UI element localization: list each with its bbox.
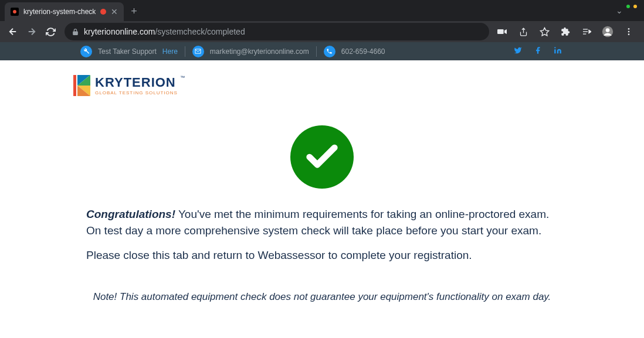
recording-indicator-icon [100,9,106,15]
camera-icon[interactable] [495,25,509,39]
info-bar-left: Test Taker Support Here marketing@kryter… [73,46,392,57]
svg-marker-5 [589,30,591,33]
logo-text: KRYTERION GLOBAL TESTING SOLUTIONS [95,76,178,95]
logo-name: KRYTERION [95,76,178,89]
window-dot [626,5,630,8]
disclaimer-note: Note! This automated equipment check doe… [86,291,558,303]
congratulations-message: Congratulations! You've met the minimum … [86,206,558,238]
logo-k-icon [77,75,90,96]
window-dot [633,5,637,8]
logo-mark [73,75,90,96]
linkedin-icon[interactable] [554,46,562,57]
tab-title: kryterion-system-check [23,8,96,16]
lock-icon [72,28,79,36]
svg-point-10 [628,33,630,35]
page-content: Test Taker Support Here marketing@kryter… [0,42,644,338]
envelope-icon [192,46,204,57]
kryterion-logo[interactable]: KRYTERION GLOBAL TESTING SOLUTIONS ™ [73,75,571,96]
info-bar: Test Taker Support Here marketing@kryter… [0,42,644,60]
congrats-heading: Congratulations! [86,208,175,220]
email-item[interactable]: marketing@kryteriononline.com [185,46,316,57]
browser-toolbar: kryteriononline.com/systemcheck/complete… [0,21,644,42]
social-links [514,46,562,57]
back-button[interactable] [5,23,21,40]
tab-favicon [11,8,19,16]
svg-point-7 [606,28,610,32]
twitter-icon[interactable] [514,46,522,57]
support-label: Test Taker Support [98,47,157,56]
phone-icon [324,46,335,57]
forward-button[interactable] [23,23,40,40]
menu-icon[interactable] [622,25,636,39]
success-check-icon [290,125,354,189]
support-link[interactable]: Here [162,47,178,56]
tabs-dropdown-icon[interactable]: ⌄ [616,6,623,15]
wrench-icon [80,46,92,57]
svg-marker-1 [540,28,548,35]
phone-text: 602-659-4660 [341,47,385,56]
reading-list-icon[interactable] [579,25,594,39]
email-text: marketing@kryteriononline.com [210,47,309,56]
url-text: kryteriononline.com/systemcheck/complete… [84,27,245,36]
star-icon[interactable] [537,25,551,39]
arrow-left-icon [8,26,18,37]
arrow-right-icon [26,26,37,37]
main-content: KRYTERION GLOBAL TESTING SOLUTIONS ™ Con… [0,60,644,303]
extensions-icon[interactable] [558,25,572,39]
browser-tab[interactable]: kryterion-system-check ✕ [5,2,124,21]
svg-point-9 [628,31,630,33]
facebook-icon[interactable] [534,46,542,57]
new-tab-button[interactable]: + [131,5,137,18]
profile-icon[interactable] [601,25,615,39]
tab-strip: kryterion-system-check ✕ + ⌄ [0,0,644,21]
address-bar[interactable]: kryteriononline.com/systemcheck/complete… [65,23,489,40]
close-tab-icon[interactable]: ✕ [111,7,118,16]
reload-icon [46,27,56,37]
svg-point-8 [628,28,630,30]
toolbar-actions [495,25,639,39]
phone-item[interactable]: 602-659-4660 [317,46,392,57]
reload-button[interactable] [42,23,59,40]
svg-rect-0 [497,29,504,34]
support-item: Test Taker Support Here [73,46,185,57]
close-tab-instruction: Please close this tab and return to Weba… [86,249,558,262]
logo-tm: ™ [180,75,185,80]
logo-tagline: GLOBAL TESTING SOLUTIONS [95,90,178,95]
window-controls [626,5,637,8]
share-icon[interactable] [516,25,530,39]
